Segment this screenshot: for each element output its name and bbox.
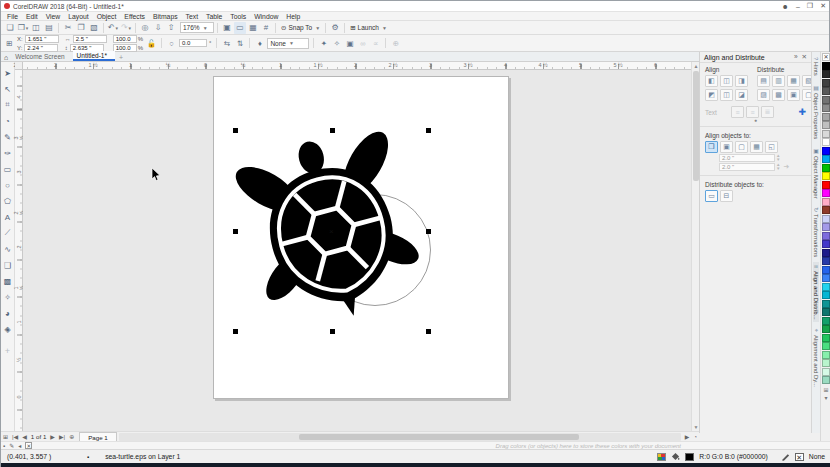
next-page-icon[interactable]: ▶	[48, 433, 57, 440]
account-icon[interactable]: ☻	[782, 3, 789, 10]
drawing-canvas[interactable]: ×	[23, 70, 691, 431]
palette-swatch-18[interactable]	[822, 215, 830, 223]
page-1-tab[interactable]: Page 1	[79, 432, 117, 441]
vertical-scrollbar[interactable]: ▲ ▼	[691, 62, 699, 431]
docker-tab-hints[interactable]: ?Hints	[813, 54, 819, 79]
palette-swatch-28[interactable]	[822, 300, 830, 308]
new-document-button[interactable]: ❏	[4, 22, 16, 34]
palette-swatch-24[interactable]	[822, 266, 830, 274]
horizontal-scroll-thumb[interactable]	[299, 434, 579, 440]
mirror-horizontal-icon[interactable]: ⇆	[221, 38, 232, 49]
to-front-icon[interactable]: ✦	[318, 38, 329, 49]
x-position-field[interactable]: 1.651 "	[25, 35, 59, 43]
spinner-arrows-icon-2[interactable]: ▲▼	[776, 163, 780, 171]
polygon-tool-icon[interactable]: ⬠	[2, 193, 14, 209]
palette-swatch-15[interactable]	[822, 189, 830, 197]
align-to-grid-button[interactable]: ▦	[750, 141, 763, 153]
outline-color-swatch[interactable]: ✕	[795, 453, 804, 461]
selection-handle-mid-right[interactable]	[426, 229, 431, 234]
docker-expander-icon[interactable]: ●	[705, 118, 806, 122]
color-eyedropper-tool-icon[interactable]: ✧	[2, 289, 14, 305]
navigator-zoom-icon[interactable]: ◔	[691, 434, 699, 440]
object-position-grid-icon[interactable]: ⊞	[4, 38, 15, 49]
palette-swatch-17[interactable]	[822, 206, 830, 214]
menu-table[interactable]: Table	[202, 12, 226, 21]
rectangle-tool-icon[interactable]: ▭	[2, 161, 14, 177]
last-page-icon[interactable]: ▶|	[57, 433, 67, 440]
horizontal-scrollbar[interactable]	[119, 433, 681, 441]
selection-handle-top-center[interactable]	[330, 128, 335, 133]
save-button[interactable]: ◫	[30, 22, 42, 34]
scale-h-field[interactable]: 100.0	[113, 35, 137, 43]
docker-tab-transformations[interactable]: ↻Transformations	[813, 204, 820, 260]
previous-page-icon[interactable]: ◀	[20, 433, 29, 440]
add-alignment-button[interactable]: ✚	[798, 107, 806, 117]
selection-handle-bottom-center[interactable]	[330, 329, 335, 334]
spinner-arrows-icon[interactable]: ▲▼	[776, 154, 780, 162]
tab-untitled-1[interactable]: Untitled-1*	[73, 51, 115, 61]
docker-close-icon[interactable]: ✕	[802, 53, 807, 61]
palette-swatch-22[interactable]	[822, 249, 830, 257]
palette-swatch-37[interactable]	[822, 376, 830, 384]
palette-swatch-3[interactable]	[822, 87, 830, 95]
align-offset-x-field[interactable]: 2.0 "	[719, 154, 775, 162]
selection-center-mark[interactable]: ×	[329, 227, 334, 236]
restore-button[interactable]: ❐	[807, 2, 813, 10]
palette-swatch-10[interactable]	[822, 147, 830, 155]
palette-swatch-29[interactable]	[822, 308, 830, 316]
palette-swatch-6[interactable]	[822, 113, 830, 121]
options-button[interactable]: ⚙	[329, 22, 341, 34]
ellipse-tool-icon[interactable]: ○	[2, 177, 14, 193]
align-to-active-objects-button[interactable]: ❒	[705, 141, 718, 153]
palette-eyedropper-icon[interactable]: ✎	[7, 442, 16, 449]
selection-handle-bottom-right[interactable]	[426, 329, 431, 334]
distribute-spacing-v-button[interactable]: ▣	[787, 89, 800, 101]
palette-swatch-30[interactable]	[822, 317, 830, 325]
align-center-horizontal-button[interactable]: ◫	[720, 75, 733, 87]
palette-swatch-5[interactable]	[822, 104, 830, 112]
home-icon[interactable]: ⌂	[1, 54, 11, 61]
mirror-vertical-icon[interactable]: ⇅	[234, 38, 245, 49]
selection-handle-mid-left[interactable]	[233, 229, 238, 234]
text-tool-icon[interactable]: A	[2, 209, 14, 225]
palette-no-color-swatch[interactable]: ✕	[822, 53, 830, 61]
selection-handle-top-left[interactable]	[233, 128, 238, 133]
close-button[interactable]: ✕	[820, 2, 826, 10]
menu-help[interactable]: Help	[282, 12, 304, 21]
new-tab-icon[interactable]: +	[115, 54, 127, 61]
open-button[interactable]: ❒▾	[17, 22, 29, 34]
redo-button[interactable]: ↷▾	[120, 22, 132, 34]
palette-swatch-8[interactable]	[822, 130, 830, 138]
docker-flyout-icon[interactable]: »	[794, 53, 798, 61]
show-guidelines-button[interactable]: #	[260, 22, 272, 34]
minimize-button[interactable]: –	[796, 3, 800, 10]
launch-dropdown[interactable]: ⊞Launch▼	[348, 22, 389, 34]
freehand-tool-icon[interactable]: ✎	[2, 129, 14, 145]
vertical-ruler[interactable]: 43 ½32 ½21 ½1½0	[15, 70, 23, 431]
menu-edit[interactable]: Edit	[22, 12, 42, 21]
copy-button[interactable]: ❐	[75, 22, 87, 34]
palette-swatch-20[interactable]	[822, 232, 830, 240]
text-align-bounding-button[interactable]: ≣	[761, 106, 774, 118]
fill-color-swatch[interactable]	[685, 453, 694, 461]
unlink-icon[interactable]: ∝	[370, 38, 381, 49]
distribute-top-button[interactable]: ▨	[757, 89, 770, 101]
rotation-angle-field[interactable]: 0.0	[179, 39, 207, 47]
align-bottom-button[interactable]: ◪	[735, 89, 748, 101]
align-left-button[interactable]: ◧	[705, 75, 718, 87]
palette-swatch-16[interactable]	[822, 198, 830, 206]
drop-shadow-tool-icon[interactable]: ❑	[2, 257, 14, 273]
tab-welcome-screen[interactable]: Welcome Screen	[11, 51, 72, 61]
add-control-icon[interactable]: ⊕	[390, 38, 401, 49]
palette-swatch-21[interactable]	[822, 240, 830, 248]
palette-swatch-14[interactable]	[822, 181, 830, 189]
undo-button[interactable]: ↶▾	[107, 22, 119, 34]
palette-swatch-25[interactable]	[822, 274, 830, 282]
align-to-page-edge-button[interactable]: ▣	[720, 141, 733, 153]
docker-tab-alignment-and-dy[interactable]: ⌖Alignment and Dy...	[813, 324, 820, 390]
artistic-media-tool-icon[interactable]: ✑	[2, 145, 14, 161]
palette-swatch-23[interactable]	[822, 257, 830, 265]
align-center-vertical-button[interactable]: ◫	[720, 89, 733, 101]
lock-ratio-icon[interactable]: 🔓	[146, 38, 157, 49]
zoom-tool-icon[interactable]: ◔	[2, 113, 14, 129]
